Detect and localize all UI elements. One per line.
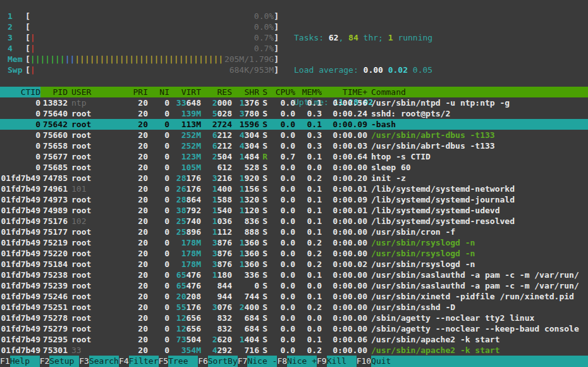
- process-row[interactable]: 01fd7b4975176102200257401036836S0.00.10:…: [0, 216, 588, 227]
- cell-virt: 354M: [169, 345, 201, 356]
- bar-segment-red: |: [30, 44, 35, 53]
- process-row[interactable]: 075685root200105M612528S0.00.00:00.00sle…: [0, 162, 588, 173]
- cell-shr: 684: [232, 323, 259, 334]
- number-suffix: 404: [245, 335, 259, 344]
- cell-res: 1540: [201, 205, 232, 216]
- column-header-res[interactable]: RES: [201, 87, 232, 97]
- process-row[interactable]: 01fd7b4974989root2003879215401120S0.00.1…: [0, 205, 588, 216]
- cell-pid: 75251: [40, 302, 68, 313]
- fn-filter-button[interactable]: F4Filter: [119, 356, 159, 367]
- column-header-pri[interactable]: PRI: [123, 87, 148, 97]
- cell-cpu: 0.0: [267, 227, 295, 237]
- column-header-ni[interactable]: NI: [148, 87, 169, 97]
- meter-close-bracket: ]: [274, 11, 279, 22]
- number-suffix: 740: [187, 216, 201, 226]
- fn-nice--button[interactable]: F7Nice -: [238, 356, 278, 367]
- cell-ni: 0: [148, 194, 169, 205]
- fn-tree-button[interactable]: F5Tree: [159, 356, 199, 367]
- fn-label: Tree: [168, 356, 198, 367]
- swap-value: 684K/953M: [230, 65, 274, 75]
- process-row[interactable]: 075660root200252M62124304S0.00.30:00.00/…: [0, 130, 588, 140]
- process-row[interactable]: 01fd7b4975220root200178M38761360S0.00.20…: [0, 248, 588, 259]
- cell-ni: 0: [148, 205, 169, 216]
- column-header-time[interactable]: TIME+: [322, 87, 367, 97]
- summary-text: 84: [348, 33, 358, 42]
- cell-ctid: 0: [0, 97, 40, 108]
- process-row[interactable]: 01fd7b4975177root200258961112888S0.00.10…: [0, 227, 588, 237]
- process-row[interactable]: 075640root200139M50283780S0.00.30:00.24s…: [0, 108, 588, 119]
- column-header-mem[interactable]: MEM%: [295, 87, 322, 97]
- memory-bar-pipes: |||||||||||||||||||||||||||||||||||||||: [30, 54, 223, 65]
- cpu-2-bar: 0.0%: [30, 22, 274, 32]
- fn-kill-button[interactable]: F9Kill: [317, 356, 357, 367]
- cell-ctid: 01fd7b49: [0, 216, 40, 227]
- column-header-user[interactable]: USER: [68, 87, 123, 97]
- number-suffix: 792: [187, 206, 201, 215]
- column-header-virt[interactable]: VIRT: [169, 87, 201, 97]
- process-row[interactable]: 075642root200113M27241596S0.00.10:00.09-…: [0, 119, 588, 130]
- cell-res: 3876: [201, 248, 232, 259]
- cell-mem: 0.1: [295, 270, 322, 280]
- process-row[interactable]: 075677root200123M25041484R0.70.10:00.64h…: [0, 151, 588, 162]
- fn-sortby-button[interactable]: F6SortBy: [198, 356, 238, 367]
- cell-user: root: [68, 130, 123, 140]
- cell-pid: 75642: [40, 119, 68, 130]
- cell-cpu: 0.0: [267, 194, 295, 205]
- cpu-4-value: 0.7%: [254, 43, 274, 54]
- column-header-s[interactable]: S: [259, 87, 267, 97]
- cell-pid: 75278: [40, 313, 68, 323]
- process-row[interactable]: 01fd7b497530133200354M4292716S0.00.20:00…: [0, 345, 588, 356]
- number-suffix: 504: [187, 335, 201, 344]
- process-row[interactable]: 075658root200252M62124304S0.00.30:00.03/…: [0, 140, 588, 151]
- process-row[interactable]: 01fd7b4975278root20012656832684S0.00.00:…: [0, 313, 588, 323]
- cell-pri: 20: [123, 270, 148, 280]
- cell-pri: 20: [123, 259, 148, 270]
- process-row[interactable]: 013832ntp2003364820001376S0.00.10:00.56/…: [0, 97, 588, 108]
- cell-s: S: [259, 205, 267, 216]
- cpu-4-label: 4: [8, 43, 25, 54]
- process-row[interactable]: 01fd7b49749611012002617614001156S0.00.10…: [0, 184, 588, 194]
- cell-virt: 252M: [169, 140, 201, 151]
- meter-open-bracket: [: [25, 65, 30, 75]
- process-row[interactable]: 01fd7b4975239root200654768440S0.00.00:00…: [0, 280, 588, 291]
- cell-ctid: 01fd7b49: [0, 259, 40, 270]
- cell-pid: 74785: [40, 173, 68, 184]
- cell-cmd: /lib/systemd/systemd-udevd: [367, 205, 588, 216]
- process-row[interactable]: 01fd7b4974785root2002817632161920S0.00.2…: [0, 173, 588, 184]
- column-header-shr[interactable]: SHR: [232, 87, 259, 97]
- cpu-3-bar: |0.7%: [30, 32, 274, 43]
- fn-setup-button[interactable]: F2Setup: [40, 356, 80, 367]
- cell-cmd: /usr/sbin/rsyslogd -n: [367, 248, 588, 259]
- process-row[interactable]: 01fd7b4975184root200178M38761360S0.00.20…: [0, 259, 588, 270]
- cell-user: root: [68, 302, 123, 313]
- fn-key: F8: [277, 356, 287, 367]
- cell-pri: 20: [123, 140, 148, 151]
- column-header-ctid[interactable]: CTID: [0, 87, 40, 97]
- thousands-prefix: 1: [240, 335, 245, 344]
- column-header-cpu[interactable]: CPU%: [267, 87, 295, 97]
- process-row[interactable]: 01fd7b4975238root200654761180336S0.00.10…: [0, 270, 588, 280]
- fn-help-button[interactable]: F1Help: [0, 356, 40, 367]
- fn-quit-button[interactable]: F10Quit: [357, 356, 401, 367]
- fn-search-button[interactable]: F3Search: [79, 356, 119, 367]
- cell-virt: 55176: [169, 302, 201, 313]
- thousands-prefix: 1: [240, 195, 245, 204]
- fn-nice--button[interactable]: F8Nice +: [277, 356, 317, 367]
- process-row[interactable]: 01fd7b4975246root20020208944744S0.00.10:…: [0, 291, 588, 302]
- thousands-prefix: 1: [240, 173, 245, 183]
- cell-s: S: [259, 227, 267, 237]
- process-row[interactable]: 01fd7b4975251root2005517630762400S0.00.2…: [0, 302, 588, 313]
- column-header-cmd[interactable]: Command: [367, 87, 588, 97]
- cell-ni: 0: [148, 162, 169, 173]
- cell-shr: 2400: [232, 302, 259, 313]
- number-suffix: 036: [217, 216, 232, 226]
- column-header-pid[interactable]: PID: [40, 87, 68, 97]
- process-row[interactable]: 01fd7b4974973root2002886415881320S0.00.1…: [0, 194, 588, 205]
- cell-cpu: 0.0: [267, 162, 295, 173]
- process-row[interactable]: 01fd7b4975279root20012656832684S0.00.00:…: [0, 323, 588, 334]
- process-row[interactable]: 01fd7b4975295root2007350426201404S0.00.1…: [0, 334, 588, 345]
- cell-time: 0:00.01: [322, 205, 367, 216]
- cell-ctid: 0: [0, 162, 40, 173]
- process-row[interactable]: 01fd7b4975219root200178M38761360S0.00.20…: [0, 237, 588, 248]
- cell-virt: 65476: [169, 280, 201, 291]
